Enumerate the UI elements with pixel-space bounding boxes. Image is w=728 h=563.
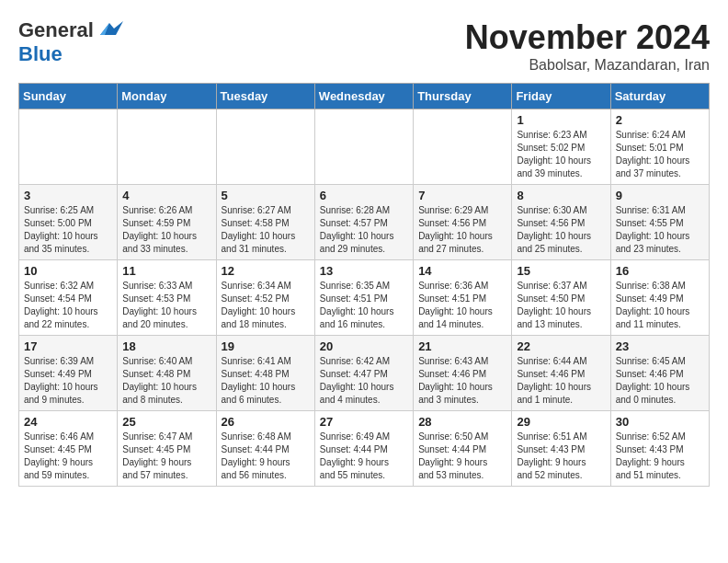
weekday-header-tuesday: Tuesday	[216, 84, 314, 109]
calendar-cell	[414, 109, 512, 185]
calendar-cell	[216, 109, 314, 185]
calendar-cell: 9Sunrise: 6:31 AM Sunset: 4:55 PM Daylig…	[610, 185, 709, 260]
calendar-cell: 30Sunrise: 6:52 AM Sunset: 4:43 PM Dayli…	[610, 411, 709, 487]
day-info: Sunrise: 6:26 AM Sunset: 4:59 PM Dayligh…	[122, 204, 210, 256]
logo-blue-text: Blue	[18, 42, 63, 66]
calendar-cell: 23Sunrise: 6:45 AM Sunset: 4:46 PM Dayli…	[610, 336, 709, 411]
day-number: 7	[418, 189, 506, 202]
day-number: 19	[222, 339, 310, 353]
day-number: 8	[517, 189, 605, 202]
calendar-cell: 18Sunrise: 6:40 AM Sunset: 4:48 PM Dayli…	[118, 336, 216, 411]
calendar-cell: 10Sunrise: 6:32 AM Sunset: 4:54 PM Dayli…	[19, 260, 118, 336]
day-number: 14	[418, 264, 506, 278]
day-info: Sunrise: 6:37 AM Sunset: 4:50 PM Dayligh…	[517, 280, 605, 331]
calendar-cell: 20Sunrise: 6:42 AM Sunset: 4:47 PM Dayli…	[314, 336, 413, 411]
day-info: Sunrise: 6:40 AM Sunset: 4:48 PM Dayligh…	[122, 355, 210, 407]
day-number: 26	[222, 415, 310, 429]
day-number: 20	[320, 339, 408, 353]
day-number: 22	[517, 339, 605, 353]
weekday-header-wednesday: Wednesday	[314, 84, 413, 109]
day-number: 16	[616, 264, 704, 278]
day-info: Sunrise: 6:33 AM Sunset: 4:53 PM Dayligh…	[122, 280, 210, 331]
calendar-cell: 24Sunrise: 6:46 AM Sunset: 4:45 PM Dayli…	[19, 411, 118, 487]
calendar-cell: 17Sunrise: 6:39 AM Sunset: 4:49 PM Dayli…	[19, 336, 118, 411]
day-number: 10	[24, 264, 112, 278]
calendar-week-row: 24Sunrise: 6:46 AM Sunset: 4:45 PM Dayli…	[19, 411, 710, 487]
calendar-cell: 7Sunrise: 6:29 AM Sunset: 4:56 PM Daylig…	[414, 185, 512, 260]
day-number: 17	[24, 339, 112, 353]
calendar-cell: 16Sunrise: 6:38 AM Sunset: 4:49 PM Dayli…	[610, 260, 709, 336]
day-number: 6	[320, 189, 408, 202]
day-info: Sunrise: 6:49 AM Sunset: 4:44 PM Dayligh…	[320, 431, 408, 482]
day-number: 5	[222, 189, 310, 202]
calendar-cell: 6Sunrise: 6:28 AM Sunset: 4:57 PM Daylig…	[314, 185, 413, 260]
day-info: Sunrise: 6:28 AM Sunset: 4:57 PM Dayligh…	[320, 204, 408, 256]
day-info: Sunrise: 6:50 AM Sunset: 4:44 PM Dayligh…	[418, 431, 506, 482]
day-number: 25	[122, 415, 210, 429]
calendar-cell: 4Sunrise: 6:26 AM Sunset: 4:59 PM Daylig…	[118, 185, 216, 260]
day-info: Sunrise: 6:41 AM Sunset: 4:48 PM Dayligh…	[222, 355, 310, 407]
day-number: 27	[320, 415, 408, 429]
calendar-cell: 25Sunrise: 6:47 AM Sunset: 4:45 PM Dayli…	[118, 411, 216, 487]
calendar-cell: 19Sunrise: 6:41 AM Sunset: 4:48 PM Dayli…	[216, 336, 314, 411]
calendar-cell: 8Sunrise: 6:30 AM Sunset: 4:56 PM Daylig…	[512, 185, 610, 260]
logo: General Blue	[18, 18, 123, 66]
calendar-cell: 3Sunrise: 6:25 AM Sunset: 5:00 PM Daylig…	[19, 185, 118, 260]
calendar-cell: 29Sunrise: 6:51 AM Sunset: 4:43 PM Dayli…	[512, 411, 610, 487]
day-info: Sunrise: 6:42 AM Sunset: 4:47 PM Dayligh…	[320, 355, 408, 407]
weekday-header-friday: Friday	[512, 84, 610, 109]
day-info: Sunrise: 6:32 AM Sunset: 4:54 PM Dayligh…	[24, 280, 112, 331]
day-info: Sunrise: 6:30 AM Sunset: 4:56 PM Dayligh…	[517, 204, 605, 256]
calendar-week-row: 17Sunrise: 6:39 AM Sunset: 4:49 PM Dayli…	[19, 336, 710, 411]
day-info: Sunrise: 6:34 AM Sunset: 4:52 PM Dayligh…	[222, 280, 310, 331]
day-info: Sunrise: 6:31 AM Sunset: 4:55 PM Dayligh…	[616, 204, 704, 256]
day-info: Sunrise: 6:23 AM Sunset: 5:02 PM Dayligh…	[517, 129, 605, 180]
day-info: Sunrise: 6:46 AM Sunset: 4:45 PM Dayligh…	[24, 431, 112, 482]
day-info: Sunrise: 6:27 AM Sunset: 4:58 PM Dayligh…	[222, 204, 310, 256]
page-header: General Blue November 2024 Babolsar, Maz…	[18, 18, 710, 74]
location-subtitle: Babolsar, Mazandaran, Iran	[465, 57, 710, 74]
calendar-cell: 22Sunrise: 6:44 AM Sunset: 4:46 PM Dayli…	[512, 336, 610, 411]
calendar-week-row: 1Sunrise: 6:23 AM Sunset: 5:02 PM Daylig…	[19, 109, 710, 185]
calendar-cell: 2Sunrise: 6:24 AM Sunset: 5:01 PM Daylig…	[610, 109, 709, 185]
calendar-cell: 21Sunrise: 6:43 AM Sunset: 4:46 PM Dayli…	[414, 336, 512, 411]
day-info: Sunrise: 6:38 AM Sunset: 4:49 PM Dayligh…	[616, 280, 704, 331]
day-number: 18	[122, 339, 210, 353]
calendar-cell: 11Sunrise: 6:33 AM Sunset: 4:53 PM Dayli…	[118, 260, 216, 336]
calendar-cell: 27Sunrise: 6:49 AM Sunset: 4:44 PM Dayli…	[314, 411, 413, 487]
weekday-header-saturday: Saturday	[610, 84, 709, 109]
day-info: Sunrise: 6:45 AM Sunset: 4:46 PM Dayligh…	[616, 355, 704, 407]
calendar-cell	[314, 109, 413, 185]
calendar-cell	[19, 109, 118, 185]
calendar-cell: 15Sunrise: 6:37 AM Sunset: 4:50 PM Dayli…	[512, 260, 610, 336]
day-number: 4	[122, 189, 210, 202]
calendar-cell: 1Sunrise: 6:23 AM Sunset: 5:02 PM Daylig…	[512, 109, 610, 185]
calendar-week-row: 10Sunrise: 6:32 AM Sunset: 4:54 PM Dayli…	[19, 260, 710, 336]
day-info: Sunrise: 6:36 AM Sunset: 4:51 PM Dayligh…	[418, 280, 506, 331]
day-number: 30	[616, 415, 704, 429]
day-number: 9	[616, 189, 704, 202]
day-number: 24	[24, 415, 112, 429]
day-info: Sunrise: 6:39 AM Sunset: 4:49 PM Dayligh…	[24, 355, 112, 407]
logo-general-text: General	[18, 18, 94, 42]
calendar-cell	[118, 109, 216, 185]
day-info: Sunrise: 6:35 AM Sunset: 4:51 PM Dayligh…	[320, 280, 408, 331]
day-number: 1	[517, 113, 605, 127]
day-info: Sunrise: 6:52 AM Sunset: 4:43 PM Dayligh…	[616, 431, 704, 482]
day-info: Sunrise: 6:48 AM Sunset: 4:44 PM Dayligh…	[222, 431, 310, 482]
day-info: Sunrise: 6:51 AM Sunset: 4:43 PM Dayligh…	[517, 431, 605, 482]
title-section: November 2024 Babolsar, Mazandaran, Iran	[465, 18, 710, 74]
day-number: 28	[418, 415, 506, 429]
day-number: 29	[517, 415, 605, 429]
day-number: 2	[616, 113, 704, 127]
day-info: Sunrise: 6:24 AM Sunset: 5:01 PM Dayligh…	[616, 129, 704, 180]
weekday-header-thursday: Thursday	[414, 84, 512, 109]
day-info: Sunrise: 6:43 AM Sunset: 4:46 PM Dayligh…	[418, 355, 506, 407]
day-number: 3	[24, 189, 112, 202]
day-number: 21	[418, 339, 506, 353]
calendar-cell: 28Sunrise: 6:50 AM Sunset: 4:44 PM Dayli…	[414, 411, 512, 487]
day-number: 23	[616, 339, 704, 353]
day-number: 11	[122, 264, 210, 278]
month-title: November 2024	[465, 18, 710, 57]
day-number: 12	[222, 264, 310, 278]
